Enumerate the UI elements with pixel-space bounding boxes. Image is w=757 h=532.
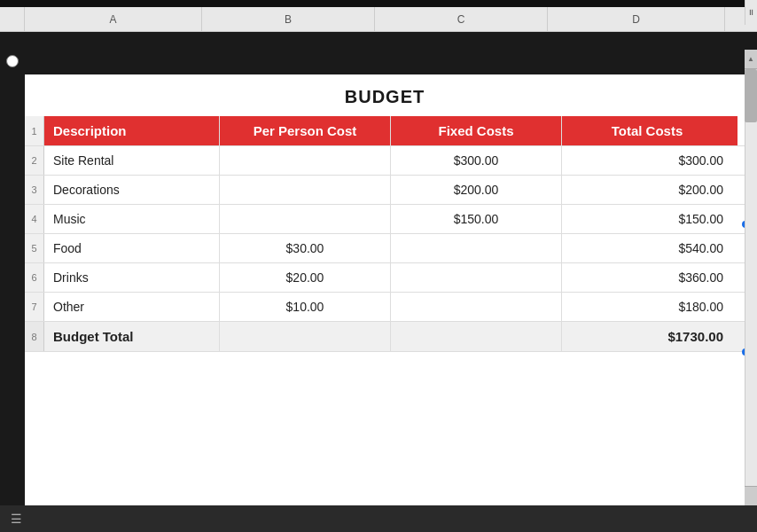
cell-decorations-per[interactable] — [220, 176, 391, 204]
spreadsheet-title: BUDGET — [25, 74, 745, 116]
column-headers: A B C D ⏸ — [0, 7, 757, 32]
col-header-d[interactable]: D — [548, 7, 725, 31]
header-fixed-costs: Fixed Costs — [391, 116, 562, 145]
budget-total-fixed[interactable] — [391, 322, 562, 351]
row-num-3: 3 — [25, 176, 44, 204]
vertical-scrollbar[interactable]: ▲ — [745, 50, 757, 505]
row-indicator-circle[interactable] — [6, 55, 19, 67]
col-header-c[interactable]: C — [375, 7, 548, 31]
cell-site-rental-fixed[interactable]: $300.00 — [391, 146, 562, 175]
row-num-6: 6 — [25, 263, 44, 292]
cell-drinks[interactable]: Drinks — [44, 263, 220, 292]
bottom-menu-icon[interactable]: ☰ — [7, 510, 25, 528]
table-row[interactable]: 7 Other $10.00 $180.00 — [25, 293, 745, 322]
selection-handle-corner-dot[interactable] — [742, 348, 745, 356]
cell-site-rental-per[interactable] — [220, 146, 391, 175]
bottom-toolbar: ☰ — [0, 505, 757, 532]
row-num-4: 4 — [25, 205, 44, 233]
row-number-corner — [0, 7, 25, 31]
spreadsheet-content: BUDGET 1 Description Per Person Cost Fix… — [25, 74, 745, 505]
row-num-7: 7 — [25, 293, 44, 321]
cell-music-fixed[interactable]: $150.00 — [391, 205, 562, 233]
cell-site-rental[interactable]: Site Rental — [44, 146, 220, 175]
scrollbar-top-button[interactable]: ▲ — [745, 50, 757, 69]
cell-site-rental-total[interactable]: $300.00 — [562, 146, 737, 175]
budget-table: 1 Description Per Person Cost Fixed Cost… — [25, 116, 745, 352]
cell-music-total[interactable]: $150.00 — [562, 205, 737, 233]
top-bar — [0, 0, 757, 7]
table-row[interactable]: 4 Music $150.00 $150.00 — [25, 205, 745, 234]
cell-other-per[interactable]: $10.00 — [220, 293, 391, 321]
header-total-costs: Total Costs — [562, 116, 737, 145]
cell-decorations[interactable]: Decorations — [44, 176, 220, 204]
col-header-b[interactable]: B — [202, 7, 375, 31]
row-num-2: 2 — [25, 146, 44, 175]
budget-total-row[interactable]: 8 Budget Total $1730.00 — [25, 322, 745, 352]
table-row[interactable]: 3 Decorations $200.00 $200.00 — [25, 176, 745, 205]
pause-icon: ⏸ — [747, 8, 755, 17]
table-row[interactable]: 2 Site Rental $300.00 $300.00 — [25, 146, 745, 176]
selection-handle-dot[interactable] — [742, 221, 745, 228]
budget-total-label[interactable]: Budget Total — [44, 322, 220, 351]
table-header-row: 1 Description Per Person Cost Fixed Cost… — [25, 116, 745, 146]
table-row[interactable]: 5 Food $30.00 $540.00 — [25, 234, 745, 263]
cell-other-total[interactable]: $180.00 — [562, 293, 737, 321]
header-row-num: 1 — [25, 116, 44, 145]
cell-music[interactable]: Music — [44, 205, 220, 233]
cell-other[interactable]: Other — [44, 293, 220, 321]
budget-total-amount[interactable]: $1730.00 — [562, 322, 737, 351]
cell-food-per[interactable]: $30.00 — [220, 234, 391, 262]
cell-drinks-fixed[interactable] — [391, 263, 562, 292]
cell-other-fixed[interactable] — [391, 293, 562, 321]
header-per-person-cost: Per Person Cost — [220, 116, 391, 145]
scroll-pause-button[interactable]: ⏸ — [745, 0, 757, 25]
cell-food[interactable]: Food — [44, 234, 220, 262]
cell-drinks-total[interactable]: $360.00 — [562, 263, 737, 292]
cell-music-per[interactable] — [220, 205, 391, 233]
scrollbar-thumb[interactable] — [745, 69, 757, 122]
col-header-a[interactable]: A — [25, 7, 202, 31]
cell-drinks-per[interactable]: $20.00 — [220, 263, 391, 292]
cell-decorations-total[interactable]: $200.00 — [562, 176, 737, 204]
table-row[interactable]: 6 Drinks $20.00 $360.00 — [25, 263, 745, 293]
header-description: Description — [44, 116, 220, 145]
scrollbar-bottom-button[interactable] — [745, 486, 757, 505]
cell-decorations-fixed[interactable]: $200.00 — [391, 176, 562, 204]
row-num-8: 8 — [25, 322, 44, 351]
cell-food-fixed[interactable] — [391, 234, 562, 262]
budget-total-per[interactable] — [220, 322, 391, 351]
cell-food-total[interactable]: $540.00 — [562, 234, 737, 262]
hamburger-icon: ☰ — [11, 512, 22, 526]
row-num-5: 5 — [25, 234, 44, 262]
